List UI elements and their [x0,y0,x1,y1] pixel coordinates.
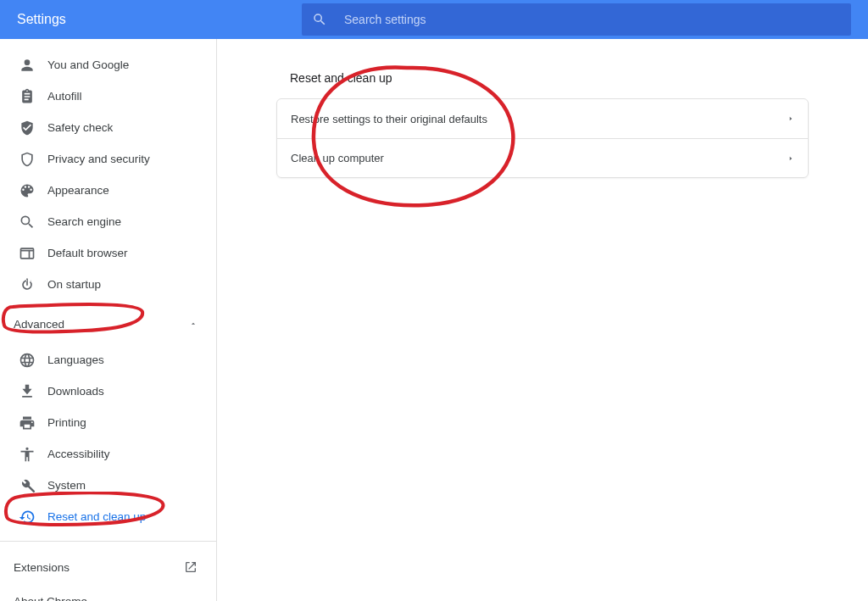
search-input[interactable] [344,13,841,26]
sidebar-item-label: Search engine [47,215,121,228]
sidebar-item-label: Downloads [47,385,104,398]
sidebar-item-reset-and-clean-up[interactable]: Reset and clean up [0,501,216,532]
sidebar-item-downloads[interactable]: Downloads [0,376,216,407]
chevron-right-icon [787,153,794,164]
sidebar-item-label: Languages [47,353,104,366]
wrench-icon [19,477,47,494]
sidebar-item-label: Default browser [47,247,128,259]
globe-icon [19,352,47,369]
person-icon [19,57,47,74]
accessibility-icon [19,446,47,463]
print-icon [19,415,47,431]
sidebar-item-default-browser[interactable]: Default browser [0,237,216,269]
reset-card: Restore settings to their original defau… [276,98,809,178]
sidebar-item-label: Safety check [47,121,113,134]
sidebar-item-printing[interactable]: Printing [0,407,216,438]
verified-user-icon [19,120,47,136]
sidebar-item-label: Extensions [14,561,70,574]
advanced-toggle[interactable]: Advanced [0,307,216,341]
chevron-up-icon [189,320,198,328]
sidebar-item-on-startup[interactable]: On startup [0,269,216,300]
row-restore-defaults[interactable]: Restore settings to their original defau… [277,99,808,138]
web-icon [19,245,47,262]
search-box[interactable] [302,3,851,36]
main-content: Reset and clean up Restore settings to t… [217,39,868,601]
open-in-new-icon [184,560,198,574]
sidebar-item-label: Reset and clean up [47,510,146,523]
sidebar-item-accessibility[interactable]: Accessibility [0,438,216,470]
chevron-right-icon [787,114,794,124]
sidebar-item-label: System [47,479,86,492]
sidebar-item-label: About Chrome [14,595,87,602]
sidebar-item-label: Appearance [47,184,109,197]
row-clean-up-computer[interactable]: Clean up computer [277,138,808,177]
sidebar-item-label: Autofill [47,90,82,103]
sidebar-item-privacy-and-security[interactable]: Privacy and security [0,143,216,175]
sidebar-item-label: Printing [47,416,86,429]
search-icon [312,12,327,27]
row-label: Restore settings to their original defau… [291,113,487,125]
header: Settings [0,0,868,39]
palette-icon [19,182,47,199]
separator [0,541,216,542]
sidebar-item-autofill[interactable]: Autofill [0,81,216,112]
sidebar-item-system[interactable]: System [0,470,216,501]
section-title: Reset and clean up [276,71,809,98]
assignment-icon [19,88,47,105]
search-icon [19,214,47,231]
row-label: Clean up computer [291,152,384,164]
power-icon [19,276,47,293]
sidebar-item-you-and-google[interactable]: You and Google [0,49,216,81]
sidebar-item-label: Accessibility [47,448,110,460]
restore-icon [19,509,47,526]
sidebar-item-about-chrome[interactable]: About Chrome [0,584,216,601]
sidebar: You and Google Autofill Safety check Pri… [0,39,217,601]
sidebar-item-appearance[interactable]: Appearance [0,175,216,206]
page-title: Settings [17,12,302,27]
sidebar-item-safety-check[interactable]: Safety check [0,112,216,143]
sidebar-item-label: Privacy and security [47,153,150,165]
sidebar-item-search-engine[interactable]: Search engine [0,206,216,237]
security-icon [19,151,47,168]
advanced-label: Advanced [14,318,64,331]
sidebar-item-label: On startup [47,278,101,291]
sidebar-item-languages[interactable]: Languages [0,344,216,376]
sidebar-item-extensions[interactable]: Extensions [0,550,216,584]
download-icon [19,383,47,400]
sidebar-item-label: You and Google [47,58,129,71]
